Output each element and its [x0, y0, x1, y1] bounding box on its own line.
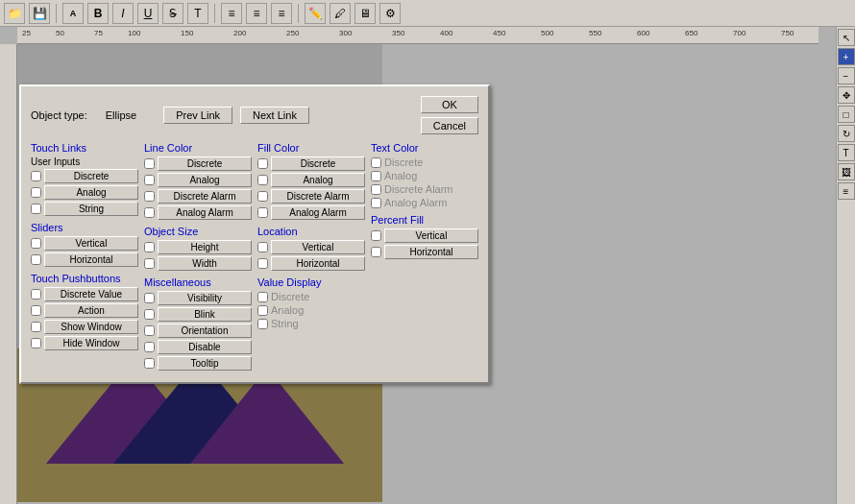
- zoom-out-btn[interactable]: −: [838, 67, 855, 84]
- pf-horizontal-btn[interactable]: Horizontal: [384, 245, 478, 259]
- sliders-title: Sliders: [31, 222, 138, 233]
- pf-vertical-check[interactable]: [371, 230, 381, 241]
- cancel-button[interactable]: Cancel: [421, 117, 478, 134]
- loc-vertical-check[interactable]: [257, 242, 268, 252]
- misc-orient-check[interactable]: [144, 325, 155, 336]
- fc-analog-check[interactable]: [257, 175, 268, 185]
- lc-aalarm-btn[interactable]: Analog Alarm: [158, 205, 252, 220]
- ruler-tick-600: 600: [637, 29, 649, 37]
- bold-icon[interactable]: B: [87, 3, 109, 24]
- lc-discrete-btn[interactable]: Discrete: [158, 156, 252, 171]
- underline-icon[interactable]: U: [137, 3, 159, 24]
- italic-icon[interactable]: I: [112, 3, 134, 24]
- sliders-horizontal-check[interactable]: [31, 254, 41, 265]
- misc-tooltip-btn[interactable]: Tooltip: [158, 356, 252, 371]
- misc-disable-btn[interactable]: Disable: [158, 340, 252, 354]
- fc-analog-btn[interactable]: Analog: [271, 173, 365, 187]
- loc-horizontal-check[interactable]: [257, 258, 268, 269]
- os-width-btn[interactable]: Width: [158, 256, 252, 271]
- lc-aalarm-check[interactable]: [144, 207, 155, 218]
- os-height-check[interactable]: [144, 242, 155, 252]
- pf-vertical-btn[interactable]: Vertical: [384, 228, 478, 243]
- fc-dalarm-btn[interactable]: Discrete Alarm: [271, 189, 365, 204]
- pan-btn[interactable]: ✥: [838, 86, 855, 104]
- misc-blink-check[interactable]: [144, 309, 155, 320]
- tc-discrete-check[interactable]: [371, 157, 381, 168]
- lc-dalarm-btn[interactable]: Discrete Alarm: [158, 189, 252, 204]
- misc-tooltip-check[interactable]: [144, 358, 155, 369]
- loc-vertical-btn[interactable]: Vertical: [271, 240, 365, 254]
- tc-analog-check[interactable]: [371, 171, 381, 181]
- ok-button[interactable]: OK: [421, 96, 478, 113]
- vd-analog-check[interactable]: [257, 305, 268, 316]
- lc-analog-row: Analog: [144, 173, 252, 187]
- misc-blink-btn[interactable]: Blink: [158, 307, 252, 322]
- tp-show-btn[interactable]: Show Window: [44, 320, 138, 334]
- misc-disable-check[interactable]: [144, 342, 155, 352]
- zoom-in-btn[interactable]: +: [838, 48, 855, 65]
- tp-hide-btn[interactable]: Hide Window: [44, 336, 138, 350]
- lc-analog-check[interactable]: [144, 175, 155, 185]
- align-right-icon[interactable]: ≡: [271, 3, 292, 24]
- sliders-horizontal-btn[interactable]: Horizontal: [44, 252, 138, 267]
- os-width-check[interactable]: [144, 258, 155, 269]
- lc-analog-btn[interactable]: Analog: [158, 173, 252, 187]
- os-height-row: Height: [144, 240, 252, 254]
- select-btn[interactable]: □: [838, 106, 855, 123]
- strikethrough-icon[interactable]: S̶: [162, 3, 183, 24]
- misc-vis-check[interactable]: [144, 293, 155, 303]
- vd-discrete-check[interactable]: [257, 292, 268, 302]
- misc-orient-btn[interactable]: Orientation: [158, 324, 252, 338]
- user-inputs-analog-btn[interactable]: Analog: [44, 185, 138, 200]
- lc-discrete-check[interactable]: [144, 158, 155, 169]
- tc-aalarm-check[interactable]: [371, 198, 381, 208]
- image-btn[interactable]: 🖼: [838, 163, 855, 180]
- touch-links-dialog: Object type: Ellipse Prev Link Next Link…: [19, 84, 490, 384]
- misc-vis-btn[interactable]: Visibility: [158, 291, 252, 305]
- tp-show-check[interactable]: [31, 322, 41, 332]
- fc-discrete-check[interactable]: [257, 158, 268, 169]
- sliders-vertical-check[interactable]: [31, 238, 41, 249]
- tc-analog-label: Analog: [384, 170, 417, 181]
- loc-horizontal-btn[interactable]: Horizontal: [271, 256, 365, 271]
- fc-discrete-btn[interactable]: Discrete: [271, 156, 365, 171]
- user-inputs-string-btn[interactable]: String: [44, 202, 138, 216]
- save-icon[interactable]: 💾: [29, 3, 50, 24]
- sliders-vertical-btn[interactable]: Vertical: [44, 236, 138, 251]
- tc-aalarm-row: Analog Alarm: [371, 197, 478, 208]
- tc-dalarm-check[interactable]: [371, 184, 381, 195]
- tp-action-check[interactable]: [31, 305, 41, 316]
- monitor-icon[interactable]: 🖥: [354, 3, 376, 24]
- folder-icon[interactable]: 📁: [4, 3, 25, 24]
- vd-string-check[interactable]: [257, 319, 268, 329]
- fc-dalarm-check[interactable]: [257, 191, 268, 202]
- user-inputs-discrete-check[interactable]: [31, 171, 41, 181]
- tc-aalarm-label: Analog Alarm: [384, 197, 447, 208]
- text-icon[interactable]: T: [187, 3, 208, 24]
- fc-aalarm-btn[interactable]: Analog Alarm: [271, 205, 365, 220]
- rotate-btn[interactable]: ↻: [838, 125, 855, 142]
- align-icon[interactable]: A: [62, 3, 84, 24]
- tp-discrete-btn[interactable]: Discrete Value: [44, 287, 138, 301]
- tp-action-btn[interactable]: Action: [44, 303, 138, 318]
- highlight-icon[interactable]: 🖊: [330, 3, 351, 24]
- fc-aalarm-check[interactable]: [257, 207, 268, 218]
- settings-icon[interactable]: ⚙: [379, 3, 401, 24]
- user-inputs-discrete-btn[interactable]: Discrete: [44, 169, 138, 183]
- tp-hide-check[interactable]: [31, 338, 41, 348]
- text-tool-btn[interactable]: T: [838, 144, 855, 161]
- pencil-icon[interactable]: ✏️: [305, 3, 326, 24]
- align-left-icon[interactable]: ≡: [221, 3, 242, 24]
- percent-fill-title: Percent Fill: [371, 214, 478, 226]
- align-center-icon[interactable]: ≡: [246, 3, 267, 24]
- prev-link-button[interactable]: Prev Link: [163, 107, 232, 124]
- user-inputs-string-check[interactable]: [31, 204, 41, 214]
- pf-horizontal-check[interactable]: [371, 247, 381, 257]
- next-link-button[interactable]: Next Link: [240, 107, 309, 124]
- lc-dalarm-check[interactable]: [144, 191, 155, 202]
- tp-discrete-check[interactable]: [31, 289, 41, 300]
- layers-btn[interactable]: ≡: [838, 182, 855, 200]
- arrow-btn[interactable]: ↖: [838, 29, 855, 46]
- user-inputs-analog-check[interactable]: [31, 187, 41, 198]
- os-height-btn[interactable]: Height: [158, 240, 252, 254]
